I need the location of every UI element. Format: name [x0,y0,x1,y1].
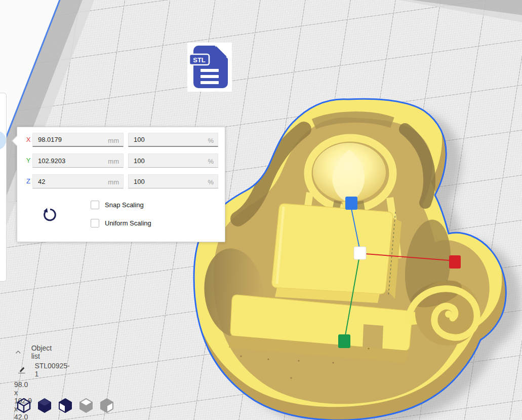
scale-handle-x[interactable] [449,255,461,269]
object-name: STL00925-1 [34,362,70,378]
scale-tool-panel: X mm % Y mm % Z mm [17,127,225,242]
scale-row-y: Y mm % [17,154,225,168]
cube-open-left-face-icon[interactable] [58,398,73,413]
snap-scaling-label: Snap Scaling [105,201,144,209]
mesh-type-toolbar [16,398,114,413]
reset-scale-icon[interactable] [43,207,58,223]
object-list-header[interactable]: Object list [15,344,54,360]
scale-handle-center[interactable] [354,247,366,259]
scale-y-percent-input[interactable] [129,154,218,167]
scale-y-mm-input[interactable] [33,154,123,167]
uniform-scaling-row: Uniform Scaling [91,218,151,227]
cube-gray-open-top-icon[interactable] [78,398,94,413]
3d-viewport[interactable]: STL X mm % Y mm [0,0,522,420]
cube-gray-open-side-icon[interactable] [99,398,114,413]
scale-handle-y[interactable] [338,334,350,348]
scale-z-percent-input[interactable] [129,175,218,188]
uniform-scaling-checkbox[interactable] [91,219,99,227]
tool-sidebar-edge[interactable] [0,93,7,282]
pencil-edit-icon [17,365,26,375]
snap-scaling-row: Snap Scaling [91,200,144,209]
uniform-scaling-label: Uniform Scaling [105,219,151,227]
object-list-title: Object list [31,344,54,360]
cube-solid-icon[interactable] [37,398,52,413]
model-3d[interactable] [190,86,506,420]
snap-scaling-checkbox[interactable] [91,201,99,209]
axis-x-label: X [25,136,32,143]
stl-file-icon: STL [187,43,232,92]
scale-x-mm-input[interactable] [33,133,123,146]
stl-label: STL [193,56,206,64]
scale-row-x: X mm % [17,133,225,147]
axis-z-label: Z [25,177,32,185]
axis-y-label: Y [25,157,32,164]
active-tool-highlight [0,131,6,150]
cube-wireframe-icon[interactable] [16,398,31,413]
scale-row-z: Z mm % [17,174,225,188]
scale-handle-z[interactable] [345,197,357,210]
scale-x-percent-input[interactable] [129,133,218,146]
scale-z-mm-input[interactable] [33,175,123,188]
object-list-item[interactable]: STL00925-1 [17,362,70,378]
chevron-up-icon [15,349,21,355]
